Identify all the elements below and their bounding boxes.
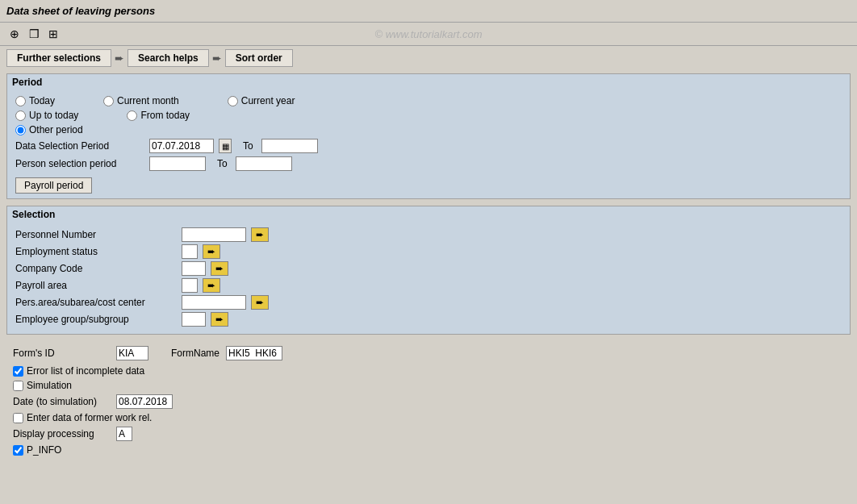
person-selection-label: Person selection period [15,158,144,169]
payroll-period-row: Payroll period [15,174,842,194]
radio-current-year[interactable] [228,96,238,106]
person-selection-to-input[interactable] [236,156,292,171]
period-radio-row-2: Up to today From today [15,110,842,121]
radio-up-to-today-label[interactable]: Up to today [15,110,78,121]
data-selection-to-label: To [243,140,253,152]
display-processing-row: Display processing [13,427,844,441]
payroll-period-btn[interactable]: Payroll period [15,177,92,194]
employee-group-label: Employee group/subgroup [15,314,177,325]
radio-current-month-text: Current month [117,95,179,106]
selection-section: Selection Personnel Number ➨ Employment … [6,206,851,335]
payroll-area-label: Payroll area [15,280,177,291]
form-name-label: FormName [171,348,219,359]
radio-from-today-label[interactable]: From today [127,110,190,121]
payroll-area-row: Payroll area ➨ [15,278,842,293]
date-simulation-input[interactable] [116,394,173,409]
selection-section-body: Personnel Number ➨ Employment status ➨ C… [7,223,850,334]
payroll-area-input[interactable] [182,278,198,293]
radio-current-month[interactable] [103,96,114,106]
radio-current-year-label[interactable]: Current year [228,95,295,106]
company-code-input[interactable] [182,261,206,276]
period-section-title: Period [7,74,850,90]
display-processing-input[interactable] [116,427,132,441]
pers-area-row: Pers.area/subarea/cost center ➨ [15,295,842,310]
radio-up-to-today-text: Up to today [29,110,78,121]
radio-today-text: Today [29,95,55,106]
personnel-number-arrow-btn[interactable]: ➨ [251,227,269,242]
tab-arrow-2: ➨ [209,50,225,66]
enter-data-checkbox[interactable] [13,413,23,423]
enter-data-row: Enter data of former work rel. [13,412,844,423]
watermark: © www.tutorialkart.com [374,28,482,40]
data-selection-row: Data Selection Period ▦ To [15,139,842,153]
pers-area-input[interactable] [182,295,246,310]
date-simulation-label: Date (to simulation) [13,396,110,407]
radio-other-period-label[interactable]: Other period [15,124,83,135]
error-list-label: Error list of incomplete data [27,365,144,377]
toolbar: ⊕ ❒ ⊞ © www.tutorialkart.com [0,23,857,46]
radio-current-month-label[interactable]: Current month [103,95,179,106]
company-code-arrow-btn[interactable]: ➨ [211,261,228,276]
forms-id-row: Form's ID FormName [13,346,844,360]
radio-up-to-today[interactable] [15,110,26,121]
error-list-row: Error list of incomplete data [13,365,844,377]
toolbar-icon-1[interactable]: ⊕ [6,26,23,42]
enter-data-label: Enter data of former work rel. [27,412,152,423]
period-radio-row-3: Other period [15,124,842,135]
employment-status-input[interactable] [182,244,198,259]
pers-area-arrow-btn[interactable]: ➨ [251,295,269,310]
period-section: Period Today Current month Current year [6,73,851,199]
data-selection-calendar-btn[interactable]: ▦ [219,139,232,153]
person-selection-input[interactable] [149,156,206,171]
company-code-label: Company Code [15,263,177,274]
p-info-row: P_INFO [13,444,844,456]
radio-current-year-text: Current year [241,95,295,106]
radio-from-today[interactable] [127,110,137,121]
title-bar: Data sheet of leaving persons [0,0,857,23]
radio-from-today-text: From today [140,110,190,121]
employee-group-row: Employee group/subgroup ➨ [15,312,842,327]
employee-group-arrow-btn[interactable]: ➨ [211,312,228,327]
simulation-checkbox[interactable] [13,381,23,391]
employment-status-label: Employment status [15,246,177,257]
radio-other-period-text: Other period [29,124,83,135]
tab-sort-order[interactable]: Sort order [225,49,293,67]
simulation-label: Simulation [27,380,72,391]
employee-group-input[interactable] [182,312,206,327]
tab-further-selections[interactable]: Further selections [6,49,111,67]
radio-other-period[interactable] [15,125,26,135]
tab-bar: Further selections ➨ Search helps ➨ Sort… [0,46,857,70]
data-selection-to-input[interactable] [261,139,318,153]
form-name-input[interactable] [226,346,282,360]
person-selection-to-label: To [217,158,228,169]
tab-arrow-1: ➨ [111,50,128,66]
company-code-row: Company Code ➨ [15,261,842,276]
tab-search-helps[interactable]: Search helps [128,49,209,67]
display-processing-label: Display processing [13,428,110,439]
period-section-body: Today Current month Current year Up to t… [7,90,850,198]
radio-today-label[interactable]: Today [15,95,55,106]
pers-area-label: Pers.area/subarea/cost center [15,297,177,308]
page-title: Data sheet of leaving persons [6,5,155,17]
forms-id-label: Form's ID [13,348,110,359]
bottom-section: Form's ID FormName Error list of incompl… [6,341,851,464]
employment-status-row: Employment status ➨ [15,244,842,259]
toolbar-icon-3[interactable]: ⊞ [45,26,61,42]
p-info-checkbox[interactable] [13,445,23,456]
person-selection-row: Person selection period To [15,156,842,171]
personnel-number-label: Personnel Number [15,229,177,240]
error-list-checkbox[interactable] [13,366,23,377]
data-selection-label: Data Selection Period [15,140,144,152]
personnel-number-row: Personnel Number ➨ [15,227,842,242]
forms-id-input[interactable] [116,346,148,360]
data-selection-input[interactable] [149,139,214,153]
selection-section-title: Selection [7,206,850,223]
employment-status-arrow-btn[interactable]: ➨ [203,244,220,259]
toolbar-icon-2[interactable]: ❒ [26,26,42,42]
personnel-number-input[interactable] [182,227,246,242]
payroll-area-arrow-btn[interactable]: ➨ [203,278,220,293]
main-content: Period Today Current month Current year [0,70,857,467]
period-radio-row-1: Today Current month Current year [15,95,842,106]
radio-today[interactable] [15,96,26,106]
p-info-label: P_INFO [27,444,61,456]
